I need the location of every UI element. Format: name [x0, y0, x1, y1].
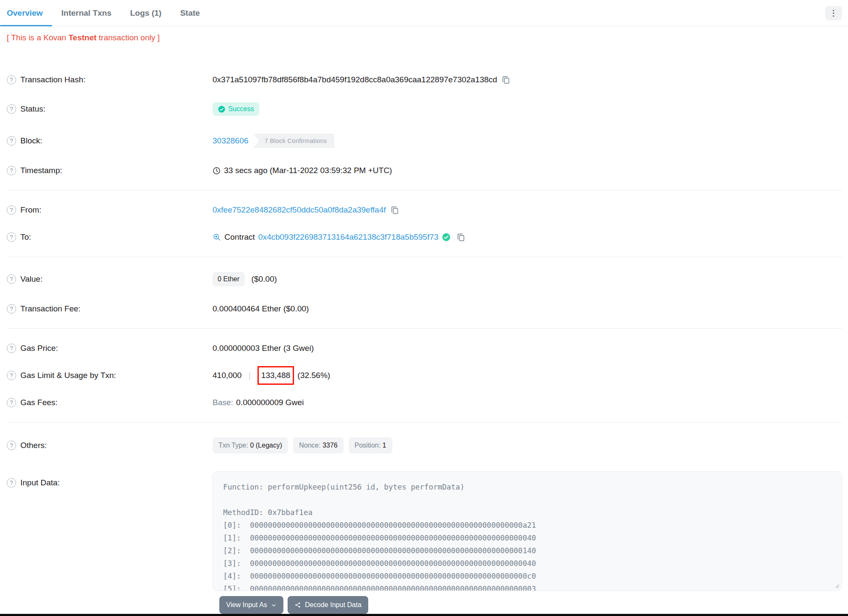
others-row: ? Others: Txn Type: 0 (Legacy) Nonce: 33…	[7, 428, 842, 462]
help-icon: ?	[7, 232, 16, 242]
to-row: ? To: Contract 0x4cb093f226983713164a621…	[7, 224, 842, 251]
input-data-box[interactable]: Function: performUpkeep(uint256 id, byte…	[213, 471, 842, 591]
nonce-key: Nonce:	[299, 442, 321, 449]
value-badge: 0 Ether	[213, 272, 245, 286]
status-text: Success	[228, 105, 254, 113]
help-icon: ?	[7, 75, 16, 84]
gas-separator: |	[247, 371, 252, 380]
input-data-line: MethodID: 0x7bbaf1ea	[223, 506, 831, 519]
gas-used-annotation-box: 133,488	[257, 366, 294, 385]
view-input-as-button[interactable]: View Input As	[219, 596, 283, 614]
transaction-fee-label: Transaction Fee:	[20, 304, 81, 314]
transaction-hash-value: 0x371a51097fb78df856f8b4a7bd459f192d8cc8…	[213, 75, 497, 84]
block-label: Block:	[20, 136, 42, 146]
input-data-line	[223, 493, 831, 506]
from-label: From:	[20, 205, 42, 215]
kebab-menu-icon: ⋮	[830, 8, 838, 18]
gas-limit-label: Gas Limit & Usage by Txn:	[20, 371, 116, 380]
status-row: ? Status: Success	[7, 93, 842, 125]
tab-logs[interactable]: Logs (1)	[121, 0, 171, 26]
transaction-hash-label: Transaction Hash:	[20, 75, 85, 84]
gas-fees-label: Gas Fees:	[20, 398, 58, 407]
nonce-badge: Nonce: 3376	[293, 437, 344, 454]
from-row: ? From: 0xfee7522e8482682cf50ddc50a0f8da…	[7, 196, 842, 224]
timestamp-label: Timestamp:	[20, 166, 62, 175]
to-address-link[interactable]: 0x4cb093f226983713164a62138c3f718a5b595f…	[258, 232, 439, 242]
decode-input-data-button[interactable]: Decode Input Data	[288, 596, 368, 614]
help-icon: ?	[7, 136, 16, 146]
block-number-link[interactable]: 30328606	[213, 136, 249, 146]
chevron-down-icon	[271, 602, 277, 608]
input-data-line: [0]: 00000000000000000000000000000000000…	[223, 519, 831, 532]
clock-icon	[213, 167, 221, 175]
copy-icon[interactable]	[456, 233, 465, 242]
position-badge: Position: 1	[349, 437, 392, 454]
to-kind-text: Contract	[224, 232, 255, 242]
copy-icon[interactable]	[501, 76, 510, 84]
section-divider	[7, 422, 842, 423]
txn-type-key: Txn Type:	[218, 442, 248, 449]
tab-state[interactable]: State	[171, 0, 209, 26]
help-icon: ?	[7, 166, 16, 175]
testnet-warning-prefix: [ This is a Kovan	[7, 33, 68, 42]
gas-limit-value: 410,000	[213, 371, 242, 380]
timestamp-row: ? Timestamp: 33 secs ago (Mar-11-2022 03…	[7, 157, 842, 184]
input-data-line: [5]: 00000000000000000000000000000000000…	[223, 582, 831, 591]
input-data-label: Input Data:	[20, 478, 60, 487]
help-icon: ?	[7, 371, 16, 380]
check-circle-icon	[218, 106, 225, 113]
copy-icon[interactable]	[390, 206, 399, 215]
status-badge: Success	[213, 102, 259, 116]
transaction-hash-row: ? Transaction Hash: 0x371a51097fb78df856…	[7, 66, 842, 93]
block-confirmations-badge: 7 Block Confirmations	[254, 134, 334, 148]
status-label: Status:	[20, 104, 45, 114]
help-icon: ?	[7, 104, 16, 114]
from-address-link[interactable]: 0xfee7522e8482682cf50ddc50a0f8da2a39effa…	[213, 205, 386, 215]
input-data-row: ? Input Data: Function: performUpkeep(ui…	[7, 462, 842, 591]
gas-price-value: 0.000000003 Ether (3 Gwei)	[213, 344, 314, 353]
txn-type-badge: Txn Type: 0 (Legacy)	[213, 437, 288, 454]
decode-icon	[294, 602, 301, 608]
input-data-line: [2]: 00000000000000000000000000000000000…	[223, 544, 831, 557]
black-bottom-bar	[0, 614, 848, 616]
decode-input-data-label: Decode Input Data	[305, 601, 361, 609]
gas-price-label: Gas Price:	[20, 344, 58, 353]
txn-type-value: 0 (Legacy)	[250, 442, 282, 449]
help-icon: ?	[7, 304, 16, 314]
block-row: ? Block: 30328606 7 Block Confirmations	[7, 125, 842, 157]
section-divider	[7, 328, 842, 329]
testnet-warning-bold: Testnet	[68, 33, 96, 42]
help-icon: ?	[7, 274, 16, 284]
timestamp-value: 33 secs ago (Mar-11-2022 03:59:32 PM +UT…	[224, 166, 392, 175]
help-icon: ?	[7, 344, 16, 353]
kebab-menu-button[interactable]: ⋮	[825, 6, 842, 20]
gas-price-row: ? Gas Price: 0.000000003 Ether (3 Gwei)	[7, 335, 842, 362]
transaction-fee-value: 0.000400464 Ether ($0.00)	[213, 304, 309, 314]
tab-internal-txns[interactable]: Internal Txns	[52, 0, 121, 26]
tab-overview[interactable]: Overview	[0, 0, 52, 26]
resize-handle[interactable]	[834, 582, 840, 588]
help-icon: ?	[7, 441, 16, 450]
gas-fees-base-value: 0.000000009 Gwei	[236, 398, 304, 407]
value-usd: ($0.00)	[252, 274, 277, 284]
gas-limit-row: ? Gas Limit & Usage by Txn: 410,000 | 13…	[7, 362, 842, 389]
to-label: To:	[20, 232, 31, 242]
testnet-warning: [ This is a Kovan Testnet transaction on…	[7, 33, 841, 42]
gas-fees-base-label: Base:	[213, 398, 233, 407]
gas-fees-row: ? Gas Fees: Base: 0.000000009 Gwei	[7, 389, 842, 416]
value-row: ? Value: 0 Ether ($0.00)	[7, 263, 842, 295]
position-key: Position:	[355, 442, 381, 449]
nonce-value: 3376	[322, 442, 338, 449]
gas-used-percent: (32.56%)	[297, 371, 330, 380]
gas-used-value: 133,488	[261, 371, 291, 380]
section-divider	[7, 257, 842, 257]
section-divider	[7, 190, 842, 190]
help-icon: ?	[7, 205, 16, 215]
transaction-fee-row: ? Transaction Fee: 0.000400464 Ether ($0…	[7, 295, 842, 322]
view-input-as-label: View Input As	[226, 601, 267, 609]
others-label: Others:	[20, 441, 47, 450]
zoom-in-icon[interactable]	[213, 233, 221, 241]
tab-bar: Overview Internal Txns Logs (1) State ⋮	[0, 0, 848, 26]
value-label: Value:	[20, 274, 42, 284]
verified-check-icon	[442, 233, 451, 241]
